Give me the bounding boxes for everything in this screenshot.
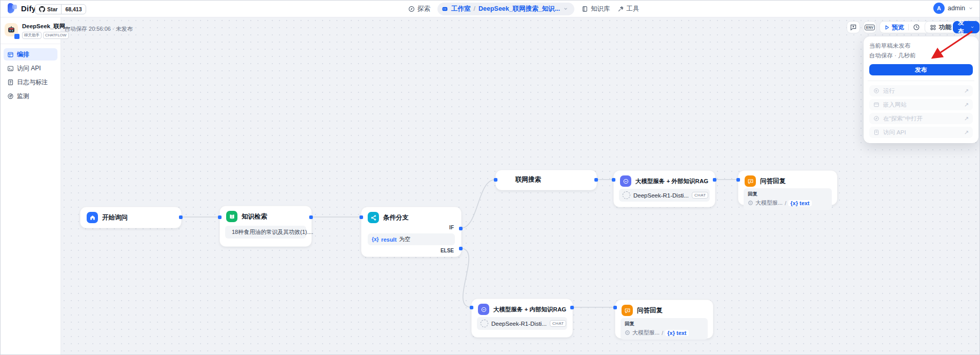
model-provider-icon	[623, 191, 630, 199]
preview-button[interactable]: 预览	[884, 23, 904, 32]
node-answer-bottom[interactable]: 问答回复 回复 大模型服... / {x} text	[615, 300, 713, 339]
nav-explore[interactable]: 探索	[408, 5, 430, 13]
connection-port[interactable]	[470, 306, 473, 309]
llm-icon	[620, 175, 631, 187]
model-selector[interactable]: DeepSeek-R1-Disti... CHAT	[619, 189, 710, 202]
model-mode-badge: CHAT	[692, 192, 708, 199]
nav-app-breadcrumb[interactable]: 工作室 / DeepSeek_联网搜索_知识...	[437, 3, 574, 15]
dataset-name: 18种食用油的常识及其功效(1)....	[232, 228, 313, 236]
connection-port[interactable]	[309, 215, 313, 219]
sidebar-item-api[interactable]: 访问 API	[4, 62, 57, 74]
path-separator: /	[662, 330, 663, 336]
path-separator: /	[785, 200, 786, 206]
run-play-circle-icon	[873, 88, 879, 94]
connection-port[interactable]	[459, 227, 463, 230]
connection-port[interactable]	[570, 306, 574, 309]
nav-knowledge-label: 知识库	[591, 5, 610, 13]
menu-item-label: 运行	[883, 87, 961, 95]
connection-port[interactable]	[736, 178, 740, 182]
node-web-search[interactable]: 联网搜索	[495, 170, 597, 190]
node-title: 问答回复	[760, 177, 786, 186]
app-header[interactable]: DeepSeek_联网... 聊天助手 CHATFLOW	[1, 17, 61, 44]
node-title: 联网搜索	[515, 175, 541, 184]
nav-tools[interactable]: 工具	[617, 5, 639, 13]
app-type-mini-badge	[14, 33, 20, 40]
top-bar: Dify Star 68,413 探索 工作室 / DeepSeek_联网搜索_…	[1, 1, 979, 17]
model-selector[interactable]: DeepSeek-R1-Disti... CHAT	[477, 317, 567, 330]
chevron-down-icon[interactable]	[563, 6, 568, 11]
sidebar-item-logs[interactable]: 日志与标注	[4, 76, 57, 88]
connection-port[interactable]	[179, 215, 183, 219]
node-start[interactable]: 开始询问	[80, 207, 182, 228]
publish-confirm-button[interactable]: 发布	[869, 64, 973, 75]
menu-item-access-api[interactable]: 访问 API ↗	[869, 127, 973, 138]
connection-port[interactable]	[612, 178, 615, 182]
nav-studio-label[interactable]: 工作室	[451, 5, 471, 13]
sidebar-item-label: 访问 API	[17, 64, 41, 73]
node-llm-external-rag[interactable]: 大模型服务 + 外部知识RAG DeepSeek-R1-Disti... CHA…	[613, 170, 715, 207]
menu-item-label: 在"探索"中打开	[883, 115, 961, 123]
github-star-segment[interactable]: Star	[35, 5, 61, 14]
github-star-count[interactable]: 68,413	[61, 5, 85, 14]
user-menu[interactable]: A admin	[933, 3, 973, 14]
node-answer-top[interactable]: 问答回复 回复 大模型服... / {x} text	[738, 170, 837, 205]
condition-expression[interactable]: {x} result 为空	[368, 233, 455, 245]
nav-current-app-name[interactable]: DeepSeek_联网搜索_知识...	[478, 5, 560, 13]
monitoring-gauge-icon	[7, 93, 14, 100]
dataset-item[interactable]: 18种食用油的常识及其功效(1)....	[225, 226, 306, 239]
logs-document-icon	[7, 79, 14, 86]
sidebar-menu: 编排 访问 API 日志与标注 监测	[1, 44, 61, 108]
menu-item-label: 访问 API	[883, 129, 961, 136]
app-type-badge: 聊天助手	[22, 32, 42, 39]
node-title: 知识检索	[242, 212, 267, 221]
github-octocat-icon	[39, 6, 45, 12]
github-star-label: Star	[47, 6, 57, 12]
connection-port[interactable]	[713, 178, 716, 182]
node-title: 大模型服务 + 内部知识RAG	[493, 306, 566, 313]
features-label: 功能	[939, 23, 951, 32]
workflow-canvas[interactable]: 自动保存 20:56:06 · 未发布	[61, 17, 979, 354]
menu-item-open-in-explore[interactable]: 在"探索"中打开 ↗	[869, 113, 973, 124]
answer-panel: 回复 大模型服... / {x} text	[621, 318, 708, 340]
github-star-badge[interactable]: Star 68,413	[35, 4, 86, 14]
publish-dropdown-button[interactable]: 发布	[953, 21, 979, 33]
nav-knowledge[interactable]: 知识库	[582, 5, 610, 13]
node-llm-internal-rag[interactable]: 大模型服务 + 内部知识RAG DeepSeek-R1-Disti... CHA…	[471, 299, 573, 338]
play-icon	[884, 25, 890, 30]
chat-variables-button[interactable]	[847, 21, 860, 33]
node-condition-branch[interactable]: 条件分支 IF {x} result 为空 ELSE	[361, 207, 462, 257]
variable-tag: {x}	[372, 236, 378, 242]
environment-variables-button[interactable]: ENV	[863, 21, 876, 33]
user-avatar[interactable]: A	[933, 3, 945, 14]
external-link-icon: ↗	[964, 129, 969, 136]
model-name: DeepSeek-R1-Disti...	[491, 321, 547, 327]
edge-else-llm	[461, 248, 471, 307]
variable-name: result	[381, 236, 396, 243]
features-button[interactable]: 功能	[925, 21, 956, 33]
connection-port[interactable]	[613, 306, 617, 309]
autosave-text: 自动保存 · 几秒前	[869, 52, 973, 60]
publish-label: 发布	[958, 18, 968, 36]
version-history-icon[interactable]	[913, 24, 920, 31]
external-link-icon: ↗	[964, 115, 969, 122]
connection-port[interactable]	[494, 178, 497, 182]
orchestrate-icon	[7, 51, 14, 58]
model-provider-icon	[481, 320, 488, 327]
connection-port[interactable]	[359, 215, 363, 219]
node-knowledge-retrieval[interactable]: 知识检索 18种食用油的常识及其功效(1)....	[219, 206, 312, 247]
menu-item-embed-site[interactable]: 嵌入网站 ↗	[869, 99, 973, 110]
answer-variable: {x} text	[788, 200, 811, 206]
connection-port[interactable]	[594, 178, 598, 182]
sidebar-item-label: 日志与标注	[17, 78, 48, 87]
sidebar-item-orchestrate[interactable]: 编排	[4, 48, 57, 61]
menu-item-label: 嵌入网站	[883, 101, 961, 109]
node-title: 大模型服务 + 外部知识RAG	[635, 177, 708, 185]
sidebar-item-monitoring[interactable]: 监测	[4, 90, 57, 102]
menu-item-run[interactable]: 运行 ↗	[869, 85, 973, 96]
app-badges: 聊天助手 CHATFLOW	[22, 32, 56, 39]
nav-tools-label: 工具	[627, 5, 639, 13]
embed-window-icon	[873, 102, 879, 108]
connection-port[interactable]	[459, 247, 463, 250]
connection-port[interactable]	[218, 215, 222, 219]
app-name[interactable]: DeepSeek_联网...	[22, 23, 56, 30]
